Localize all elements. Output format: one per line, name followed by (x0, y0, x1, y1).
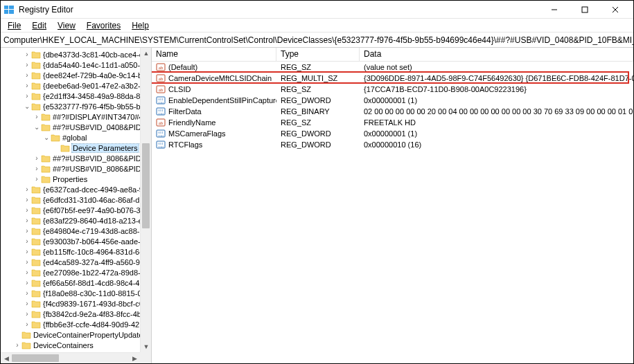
folder-icon (41, 165, 51, 173)
chevron-right-icon[interactable]: › (33, 154, 41, 162)
string-value-icon: ab (156, 84, 166, 94)
folder-icon (31, 51, 41, 59)
chevron-right-icon[interactable]: › (23, 320, 31, 328)
tree-item[interactable]: ⌄{e5323777-f976-4f5b-9b55-b94699c4 (1, 101, 140, 111)
tree-item[interactable]: ›##?#DISPLAY#INT3470#4&3499f (1, 111, 140, 122)
tree-item[interactable]: ›{eb115ffc-10c8-4964-831d-6dcb02e6f (1, 246, 140, 257)
tree-item[interactable]: ›##?#USB#VID_8086&PID_0A66& (1, 153, 140, 163)
chevron-right-icon[interactable]: › (23, 289, 31, 297)
maximize-button[interactable] (570, 1, 600, 19)
chevron-right-icon[interactable]: › (33, 113, 41, 120)
value-name: FriendlyName (168, 118, 215, 127)
list-row[interactable]: ab(Default)REG_SZ(value not set) (152, 62, 633, 73)
tree-item[interactable]: ›Properties (1, 174, 140, 184)
chevron-right-icon[interactable]: › (23, 206, 31, 214)
tree-item[interactable]: ›{e93003b7-b064-456e-aade-58433444 (1, 236, 140, 246)
menu-favorites[interactable]: Favorites (81, 19, 126, 32)
tree-item[interactable]: ›{fb3842cd-9e2a-4f83-8fcc-4bf0761739 (1, 309, 140, 319)
list-row[interactable]: 011110RTCFlagsREG_DWORD0x00000010 (16) (152, 139, 633, 150)
tree-scrollbar-vertical[interactable]: ▲ ▼ (140, 48, 151, 352)
chevron-right-icon[interactable]: › (23, 185, 31, 193)
folder-icon (51, 134, 60, 142)
list-body[interactable]: ab(Default)REG_SZ(value not set)abCamera… (152, 62, 633, 363)
tree-item[interactable]: ›##?#USB#VID_8086&PID_0A66& (1, 163, 140, 174)
tree-item[interactable]: ›{f18a0e88-c30c-11d0-8815-00a0c906 (1, 288, 140, 298)
tree-item[interactable]: ›{ee27098e-1b22-472a-89d8-5ccce168 (1, 267, 140, 277)
menu-view[interactable]: View (52, 19, 81, 32)
tree-item[interactable]: ›{ed4ca589-327a-4ff9-a560-91da4b483 (1, 257, 140, 267)
tree-item[interactable]: ›{dee824ef-729b-4a0e-9c14-b7117d33 (1, 70, 140, 80)
minimize-button[interactable] (539, 1, 570, 19)
chevron-right-icon[interactable]: › (23, 237, 31, 245)
close-button[interactable] (600, 1, 631, 19)
tree-item-label: {e83af229-8640-4d18-a213-e22675eb (43, 217, 140, 225)
tree-item[interactable]: Device Parameters (1, 143, 140, 153)
chevron-right-icon[interactable]: › (23, 258, 31, 266)
chevron-right-icon[interactable]: › (23, 196, 31, 203)
tree-item[interactable]: ›{deebe6ad-9e01-47e2-a3b2-a66aa2c1 (1, 80, 140, 91)
tree-item[interactable]: ›{e849804e-c719-43d8-ac88-96b894c1 (1, 226, 140, 236)
menu-file[interactable]: File (2, 19, 26, 32)
chevron-right-icon[interactable]: › (33, 165, 41, 172)
cell-type: REG_DWORD (276, 96, 360, 104)
chevron-right-icon[interactable]: › (23, 310, 31, 318)
col-header-name[interactable]: Name (152, 48, 276, 61)
chevron-right-icon[interactable]: › (33, 175, 41, 183)
chevron-right-icon[interactable]: › (23, 269, 31, 276)
svg-rect-1 (9, 6, 14, 9)
tree-item[interactable]: ›{f4cd9839-1671-493d-8bcf-c68693cae (1, 298, 140, 309)
chevron-right-icon[interactable]: › (13, 341, 21, 349)
chevron-down-icon[interactable]: ⌄ (23, 102, 31, 110)
folder-icon (31, 206, 41, 215)
tree-item[interactable]: DeviceContainerPropertyUpdateEvents (1, 329, 140, 340)
list-row[interactable]: abCameraDeviceMftCLSIDChainREG_MULTI_SZ{… (152, 73, 633, 84)
chevron-right-icon[interactable]: › (23, 300, 31, 307)
scroll-left-icon[interactable]: ◀ (1, 353, 12, 363)
tree-item[interactable]: ›{e6327cad-dcec-4949-ae8a-991e9768 (1, 184, 140, 194)
list-row[interactable]: 011110FilterDataREG_BINARY02 00 00 00 00… (152, 106, 633, 117)
chevron-right-icon[interactable]: › (23, 217, 31, 224)
menu-edit[interactable]: Edit (26, 19, 52, 32)
tree-item[interactable]: ›{e6dfcd31-31d0-46ac-86af-da1eb05fc (1, 194, 140, 205)
chevron-right-icon[interactable]: › (23, 248, 31, 255)
chevron-right-icon[interactable]: › (23, 92, 31, 100)
chevron-right-icon[interactable]: › (23, 227, 31, 235)
chevron-right-icon[interactable]: › (23, 279, 31, 286)
menu-help[interactable]: Help (126, 19, 155, 32)
col-header-data[interactable]: Data (360, 48, 633, 61)
tree-item[interactable]: ›{ef66a56f-88d1-4cd8-98c4-49faf57ad (1, 277, 140, 288)
chevron-down-icon[interactable]: ⌄ (42, 134, 51, 141)
list-row[interactable]: abFriendlyNameREG_SZFREETALK HD (152, 117, 633, 128)
cell-name: 011110RTCFlags (152, 140, 276, 149)
list-row[interactable]: 011110EnableDependentStillPinCaptureREG_… (152, 95, 633, 106)
tree-item[interactable]: ›{e6f07b5f-ee97-4a90-b076-33f57bf4e (1, 205, 140, 215)
scroll-up-icon[interactable]: ▲ (141, 48, 152, 59)
tree-item[interactable]: ›{e2d1ff34-3458-49a9-88da-8e6915ce (1, 91, 140, 101)
tree-item[interactable]: ›DeviceContainers (1, 340, 140, 350)
tree-item[interactable]: ⌄##?#USB#VID_0408&PID_10FB& (1, 122, 140, 132)
address-bar[interactable]: Computer\HKEY_LOCAL_MACHINE\SYSTEM\Curre… (1, 33, 633, 48)
list-row[interactable]: abCLSIDREG_SZ{17CCA71B-ECD7-11D0-B908-00… (152, 84, 633, 95)
tree-item[interactable]: ›{e83af229-8640-4d18-a213-e22675eb (1, 215, 140, 226)
tree-view[interactable]: ›{dbe4373d-3c81-40cb-ace4-e0e5d05f›{dda5… (1, 48, 140, 352)
chevron-right-icon[interactable]: › (23, 61, 31, 69)
binary-value-icon: 011110 (156, 107, 166, 116)
tree-item[interactable]: ›{dbe4373d-3c81-40cb-ace4-e0e5d05f (1, 49, 140, 60)
cell-type: REG_DWORD (276, 129, 360, 138)
scroll-down-icon[interactable]: ▼ (141, 341, 152, 352)
tree-item[interactable]: ⌄#global (1, 132, 140, 143)
chevron-right-icon[interactable]: › (23, 51, 31, 58)
value-name: CameraDeviceMftCLSIDChain (168, 74, 272, 82)
folder-icon (31, 237, 41, 246)
chevron-right-icon[interactable]: › (23, 71, 31, 79)
tree-scrollbar-horizontal[interactable]: ◀ ▶ (1, 352, 140, 363)
cell-data: FREETALK HD (360, 118, 633, 127)
list-row[interactable]: 011110MSCameraFlagsREG_DWORD0x00000001 (… (152, 128, 633, 139)
svg-text:110: 110 (158, 101, 164, 104)
tree-item[interactable]: ›{ffbb6e3f-ccfe-4d84-90d9-421418b03 (1, 319, 140, 329)
chevron-down-icon[interactable]: ⌄ (33, 123, 41, 131)
tree-item[interactable]: ›{dda54a40-1e4c-11d1-a050-405705c1 (1, 60, 140, 70)
scroll-right-icon[interactable]: ▶ (129, 353, 140, 363)
chevron-right-icon[interactable]: › (23, 82, 31, 89)
col-header-type[interactable]: Type (276, 48, 360, 61)
